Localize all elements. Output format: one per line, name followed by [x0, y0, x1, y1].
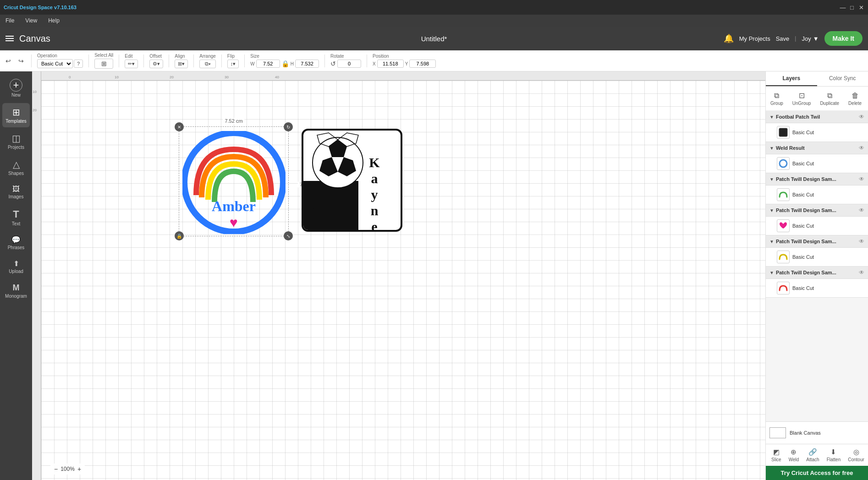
align-button[interactable]: ⊞▾ [175, 60, 188, 68]
position-group: Position X Y [373, 54, 436, 68]
width-input[interactable] [256, 60, 280, 68]
layer-item[interactable]: Basic Cut [766, 279, 868, 298]
undo-button[interactable]: ↩ [4, 56, 13, 65]
duplicate-label: Duplicate [820, 101, 839, 106]
layer-group-header-football[interactable]: ▼ Footbal Patch Twil 👁 [766, 111, 868, 123]
save-button[interactable]: Save [776, 35, 790, 42]
layer-group-header-patch2[interactable]: ▼ Patch Twill Design Sam... 👁 [766, 204, 868, 217]
edit-button[interactable]: ✏▾ [125, 60, 138, 68]
operation-select[interactable]: Basic Cut [37, 59, 73, 68]
layer-group-name-weld: Weld Result [776, 145, 857, 151]
help-button[interactable]: ? [74, 60, 83, 68]
tab-color-sync[interactable]: Color Sync [817, 71, 868, 86]
select-all-button[interactable]: ⊞ [94, 59, 113, 69]
zoom-in-button[interactable]: + [77, 465, 81, 473]
user-menu[interactable]: Joy ▼ [802, 35, 819, 42]
layer-name: Basic Cut [792, 223, 864, 229]
separator [119, 55, 119, 67]
cricut-banner[interactable]: Try Cricut Access for free [766, 466, 868, 480]
position-label: Position [373, 54, 436, 59]
rotate-group: Rotate ↺ [330, 54, 361, 68]
sidebar-item-phrases[interactable]: 💬 Phrases [2, 232, 30, 254]
minimize-button[interactable]: — [840, 4, 846, 11]
layer-thumbnail [777, 126, 790, 139]
lock-icon[interactable]: 🔒 [281, 60, 289, 67]
svg-rect-12 [329, 215, 332, 219]
height-input[interactable] [295, 60, 319, 68]
sidebar-item-templates[interactable]: ⊞ Templates [2, 103, 30, 127]
my-projects-button[interactable]: My Projects [739, 35, 770, 42]
chevron-down-icon: ▼ [769, 208, 774, 213]
slice-button[interactable]: ◩ Slice [768, 447, 785, 463]
sidebar-item-shapes[interactable]: △ Shapes [2, 155, 30, 180]
attach-icon: 🔗 [808, 448, 817, 456]
sidebar-item-monogram[interactable]: M Monogram [2, 279, 30, 302]
separator [244, 55, 245, 67]
ungroup-button[interactable]: ⊡ UnGroup [790, 89, 814, 108]
layer-group-weld-result: ▼ Weld Result 👁 Basic Cut [766, 142, 868, 173]
rainbow-design[interactable]: Amber ♥ [182, 131, 286, 234]
contour-button[interactable]: ◎ Contour [844, 447, 868, 463]
sidebar-item-projects[interactable]: ◫ Projects [2, 129, 30, 153]
width-dimension: 7.52 cm [223, 118, 244, 124]
sidebar-item-images[interactable]: 🖼 Images [2, 181, 30, 203]
layer-item[interactable]: Basic Cut [766, 154, 868, 173]
app-logo: Cricut Design Space v7.10.163 [4, 5, 77, 10]
soccer-design[interactable]: K a y n e [302, 129, 402, 232]
chevron-down-icon: ▼ [769, 270, 774, 275]
sidebar-label-text: Text [12, 221, 20, 226]
visibility-icon[interactable]: 👁 [859, 176, 864, 182]
upload-icon: ⬆ [13, 259, 19, 268]
svg-text:n: n [371, 203, 379, 218]
offset-button[interactable]: ⚙▾ [149, 60, 163, 68]
group-button[interactable]: ⧉ Group [768, 90, 786, 108]
rotate-handle[interactable]: ↻ [284, 122, 293, 131]
redo-button[interactable]: ↪ [16, 56, 26, 65]
maximize-button[interactable]: □ [849, 4, 855, 11]
visibility-icon[interactable]: 👁 [859, 145, 864, 151]
layer-group-header-patch3[interactable]: ▼ Patch Twill Design Sam... 👁 [766, 235, 868, 248]
flip-button[interactable]: ↕▾ [227, 60, 239, 68]
title-bar: Cricut Design Space v7.10.163 — □ ✕ [0, 0, 868, 15]
make-it-button[interactable]: Make It [824, 31, 863, 46]
help-menu[interactable]: Help [46, 16, 61, 25]
hamburger-menu[interactable] [5, 36, 14, 41]
close-button[interactable]: ✕ [858, 4, 864, 11]
visibility-icon[interactable]: 👁 [859, 269, 864, 276]
zoom-out-button[interactable]: − [54, 465, 58, 473]
rotate-input[interactable] [337, 60, 361, 68]
sidebar-item-text[interactable]: T Text [2, 205, 30, 230]
layer-item[interactable]: Basic Cut [766, 248, 868, 267]
edit-group: Edit ✏▾ [125, 54, 138, 68]
duplicate-button[interactable]: ⧉ Duplicate [817, 90, 842, 108]
file-menu[interactable]: File [4, 16, 16, 25]
tab-layers[interactable]: Layers [766, 71, 817, 86]
flatten-button[interactable]: ⬇ Flatten [823, 447, 845, 463]
view-menu[interactable]: View [23, 16, 39, 25]
blank-canvas-row[interactable]: Blank Canvas [769, 425, 864, 440]
layer-item[interactable]: Basic Cut [766, 123, 868, 142]
x-input[interactable] [377, 60, 404, 68]
layer-item[interactable]: Basic Cut [766, 217, 868, 235]
layer-group-header-patch1[interactable]: ▼ Patch Twill Design Sam... 👁 [766, 173, 868, 185]
attach-button[interactable]: 🔗 Attach [802, 447, 823, 463]
weld-button[interactable]: ⊕ Weld [785, 447, 803, 463]
layer-item[interactable]: Basic Cut [766, 185, 868, 204]
sidebar-item-new[interactable]: + New [2, 75, 30, 101]
notifications-icon[interactable]: 🔔 [724, 33, 734, 44]
y-input[interactable] [409, 60, 436, 68]
canvas-area[interactable]: 10 20 0 10 20 30 40 ✕ ↻ 🔒 ⤡ 7.52 cm [32, 71, 765, 480]
delete-handle[interactable]: ✕ [175, 122, 184, 131]
visibility-icon[interactable]: 👁 [859, 114, 864, 120]
offset-label: Offset [149, 54, 163, 59]
delete-button[interactable]: 🗑 Delete [846, 90, 864, 108]
sidebar-item-upload[interactable]: ⬆ Upload [2, 256, 30, 278]
visibility-icon[interactable]: 👁 [859, 238, 864, 245]
layer-group-name-patch4: Patch Twill Design Sam... [776, 270, 857, 275]
layer-group-header-patch4[interactable]: ▼ Patch Twill Design Sam... 👁 [766, 267, 868, 279]
chevron-down-icon: ▼ [769, 115, 774, 120]
size-group: Size W 🔒 H [250, 54, 319, 68]
arrange-button[interactable]: ⧉▾ [199, 60, 216, 68]
visibility-icon[interactable]: 👁 [859, 207, 864, 213]
layer-group-header-weld[interactable]: ▼ Weld Result 👁 [766, 142, 868, 154]
